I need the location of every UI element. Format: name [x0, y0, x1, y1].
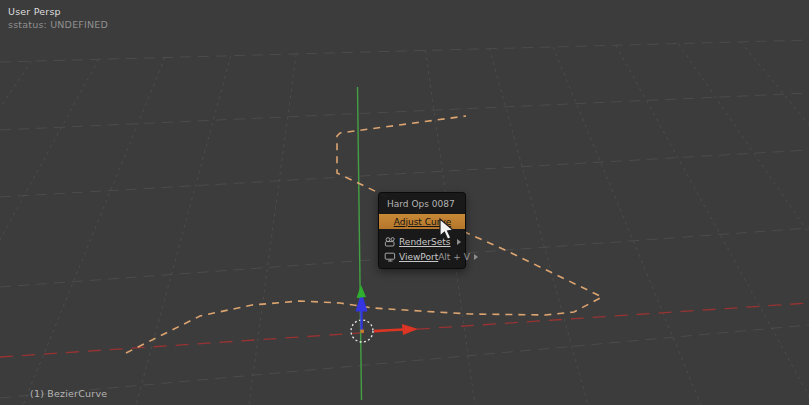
gizmo-x-arrow[interactable] [402, 324, 418, 335]
menu-item-viewport[interactable]: ViewPort Alt + V [379, 249, 465, 264]
submenu-arrow-icon [457, 239, 461, 245]
status-label: sstatus: UNDEFINED [8, 19, 108, 31]
gizmo-y-arrow[interactable] [357, 285, 367, 298]
y-axis-line [358, 87, 362, 400]
object-origin-dot [361, 330, 364, 333]
context-menu-title: Hard Ops 0087 [379, 196, 465, 213]
mouse-cursor [437, 216, 457, 242]
view-mode-label: User Persp [8, 6, 61, 18]
scene-icon [384, 237, 396, 247]
menu-item-shortcut: Alt + V [438, 252, 472, 262]
menu-item-label: ViewPort [399, 252, 438, 262]
active-object-label: (1) BezierCurve [30, 388, 107, 400]
viewport-icon [384, 252, 396, 262]
submenu-arrow-icon [474, 254, 478, 260]
bezier-curve[interactable] [126, 116, 602, 353]
gizmo-x-axis-shaft[interactable] [374, 330, 403, 332]
blender-3d-viewport: User Persp sstatus: UNDEFINED (1) Bezier… [0, 0, 809, 405]
